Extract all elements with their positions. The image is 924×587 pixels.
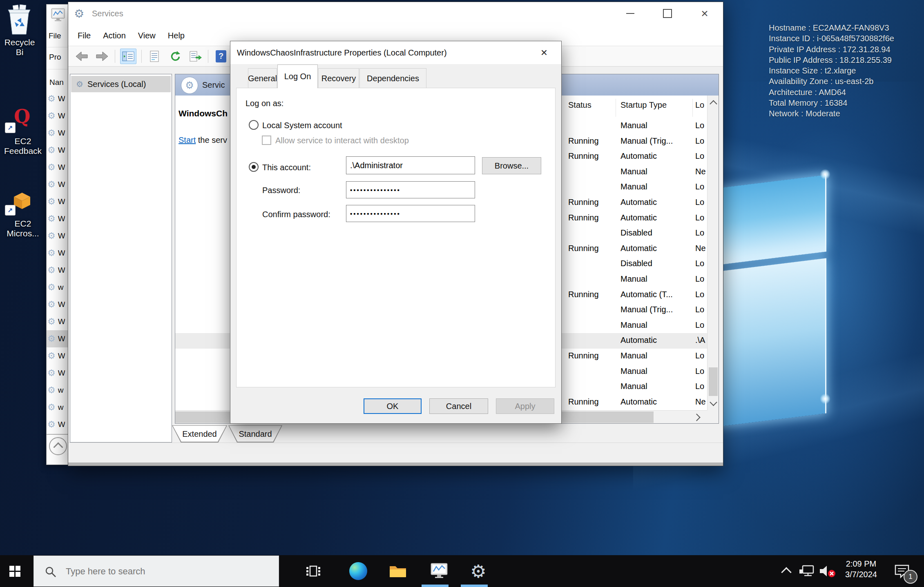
bg-service-row[interactable]: ⚙ W <box>47 90 69 107</box>
bg-service-row[interactable]: ⚙ w <box>47 382 69 399</box>
dialog-close-button[interactable]: × <box>533 44 555 61</box>
performance-monitor-button[interactable] <box>426 555 452 587</box>
file-explorer-button[interactable] <box>385 555 411 587</box>
minimize-button[interactable] <box>618 2 643 25</box>
tree-item-services-local[interactable]: ⚙ Services (Local) <box>71 76 171 92</box>
bg-service-row[interactable]: ⚙ W <box>47 227 69 245</box>
bg-service-row[interactable]: ⚙ W <box>47 193 69 210</box>
vertical-scroll-thumb[interactable] <box>709 367 718 396</box>
close-button[interactable]: × <box>692 2 717 25</box>
desktop-icon-ec2-feedback[interactable]: Q ↗ EC2 Feedback <box>2 107 43 156</box>
bg-service-row[interactable]: ⚙ W <box>47 330 69 347</box>
account-input[interactable] <box>346 156 475 174</box>
tab-dependencies[interactable]: Dependencies <box>359 68 426 88</box>
tab-recovery[interactable]: Recovery <box>318 68 359 88</box>
service-log-on-as: Ne <box>695 167 706 176</box>
toolbar-properties-button[interactable] <box>147 49 162 64</box>
pane-header-title: Servic <box>202 74 225 96</box>
gear-icon: ⚙ <box>47 316 56 327</box>
column-header-startup-type[interactable]: Startup Type <box>620 100 667 110</box>
toolbar-help-button[interactable]: ? <box>213 49 229 64</box>
menu-item[interactable]: Action <box>97 25 132 46</box>
this-account-radio[interactable] <box>249 162 259 172</box>
bg-service-row[interactable]: ⚙ w <box>47 279 69 296</box>
edge-browser-button[interactable] <box>345 555 371 587</box>
volume-muted-icon <box>818 564 837 578</box>
column-header-status[interactable]: Status <box>568 100 591 110</box>
bg-service-row[interactable]: ⚙ W <box>47 313 69 330</box>
taskbar-search[interactable] <box>33 556 279 587</box>
confirm-password-input[interactable] <box>346 205 475 222</box>
tab-extended[interactable]: Extended <box>172 425 227 442</box>
menu-item[interactable]: Help <box>162 25 191 46</box>
tab-general[interactable]: General <box>248 68 277 88</box>
ec2-info-line: Architecture : AMD64 <box>769 87 894 98</box>
bg-service-row[interactable]: ⚙ W <box>47 210 69 227</box>
notification-badge[interactable]: 1 <box>904 570 917 584</box>
bg-service-name: w <box>58 386 65 395</box>
local-system-radio[interactable] <box>249 120 259 130</box>
bg-service-row[interactable]: ⚙ W <box>47 262 69 279</box>
collapse-chevron-button[interactable] <box>49 437 67 455</box>
vertical-scrollbar[interactable] <box>707 96 719 410</box>
toolbar-back-button[interactable] <box>74 49 89 64</box>
bg-service-row[interactable]: ⚙ W <box>47 176 69 193</box>
cancel-button[interactable]: Cancel <box>429 398 488 414</box>
network-tray-button[interactable] <box>797 555 817 587</box>
window-resize-edge[interactable] <box>68 462 723 466</box>
desktop-icon-ec2-microsoft[interactable]: ↗ EC2 Micros... <box>2 192 43 238</box>
allow-desktop-checkbox[interactable] <box>262 136 271 145</box>
bg-service-row[interactable]: ⚙ W <box>47 296 69 313</box>
column-header-log-on-as[interactable]: Lo <box>695 100 704 110</box>
toolbar-forward-button[interactable] <box>94 49 110 64</box>
bg-service-row[interactable]: ⚙ W <box>47 365 69 382</box>
volume-tray-button[interactable] <box>817 555 838 587</box>
bg-service-row[interactable]: ⚙ W <box>47 245 69 262</box>
apply-button[interactable]: Apply <box>496 398 554 414</box>
search-input[interactable] <box>65 556 271 587</box>
dialog-title-bar[interactable]: WindowsChaosInfrastructure Properties (L… <box>230 41 561 64</box>
active-app-indicator <box>461 585 488 587</box>
column-divider[interactable] <box>616 99 616 117</box>
tab-standard[interactable]: Standard <box>228 425 282 442</box>
title-bar[interactable]: ⚙ Services × <box>68 2 723 25</box>
bg-window-name-column-header[interactable]: Nan <box>49 78 64 87</box>
column-divider[interactable] <box>692 99 693 117</box>
ok-button[interactable]: OK <box>364 398 422 414</box>
desktop-icon-recycle-bin[interactable]: Recycle Bi <box>2 4 38 57</box>
services-app-button[interactable]: ⚙ <box>465 555 491 587</box>
export-list-icon <box>188 51 202 62</box>
maximize-button[interactable] <box>655 2 680 25</box>
background-window[interactable]: File Pro Nan ⚙ W ⚙ W ⚙ W ⚙ W <box>46 4 69 465</box>
bg-service-row[interactable]: ⚙ W <box>47 107 69 125</box>
scroll-right-button[interactable] <box>687 411 707 424</box>
taskbar-clock[interactable]: 2:09 PM 3/7/2024 <box>839 558 883 580</box>
browse-button[interactable]: Browse... <box>482 157 541 174</box>
gear-icon: ⚙ <box>47 402 56 413</box>
menu-item[interactable]: View <box>132 25 162 46</box>
task-view-button[interactable] <box>300 555 326 587</box>
bg-service-row[interactable]: ⚙ W <box>47 142 69 159</box>
bg-window-file-menu[interactable]: File <box>49 31 61 40</box>
start-button[interactable] <box>0 555 29 587</box>
shortcut-arrow-icon: ↗ <box>5 122 16 133</box>
bg-service-row[interactable]: ⚙ w <box>47 399 69 416</box>
service-log-on-as: Lo <box>695 290 706 299</box>
bg-service-row[interactable]: ⚙ W <box>47 125 69 142</box>
toolbar-export-list-button[interactable] <box>187 49 203 64</box>
scroll-up-button[interactable] <box>708 96 719 110</box>
scroll-down-button[interactable] <box>708 396 719 410</box>
service-startup-type: Manual <box>620 167 692 176</box>
bg-service-row[interactable]: ⚙ W <box>47 159 69 176</box>
toolbar-show-console-tree-button[interactable] <box>120 49 136 64</box>
tray-expand-button[interactable] <box>776 555 797 587</box>
tab-log-on[interactable]: Log On <box>277 64 318 88</box>
password-input[interactable] <box>346 181 475 198</box>
menu-item[interactable]: File <box>71 25 97 46</box>
service-startup-type: Manual <box>620 382 692 391</box>
ec2-microsoft-label-line1: EC2 <box>2 219 43 229</box>
bg-service-row[interactable]: ⚙ W <box>47 416 69 433</box>
toolbar-refresh-button[interactable] <box>167 49 183 64</box>
console-tree-icon <box>122 51 135 62</box>
bg-service-row[interactable]: ⚙ W <box>47 347 69 365</box>
